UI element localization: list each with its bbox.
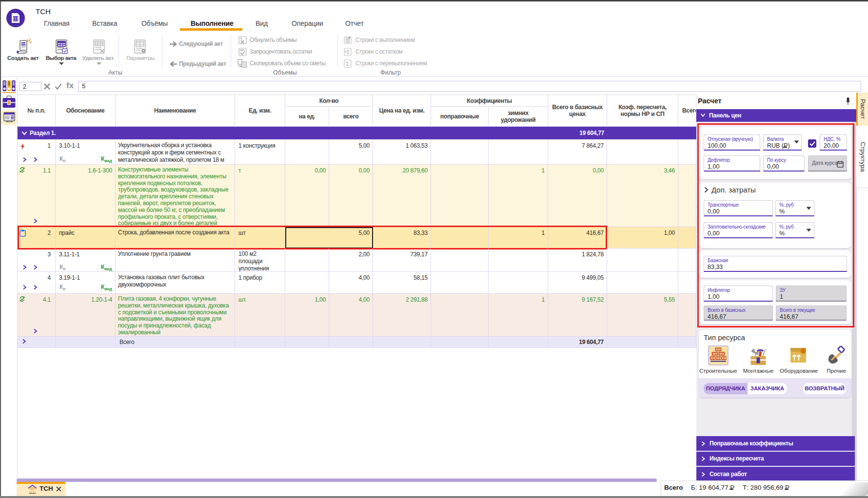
svg-text:Σ: Σ: [347, 50, 350, 55]
svg-text:100: 100: [240, 49, 244, 52]
svg-text:0: 0: [240, 37, 242, 40]
svg-text:Σ: Σ: [346, 61, 349, 67]
